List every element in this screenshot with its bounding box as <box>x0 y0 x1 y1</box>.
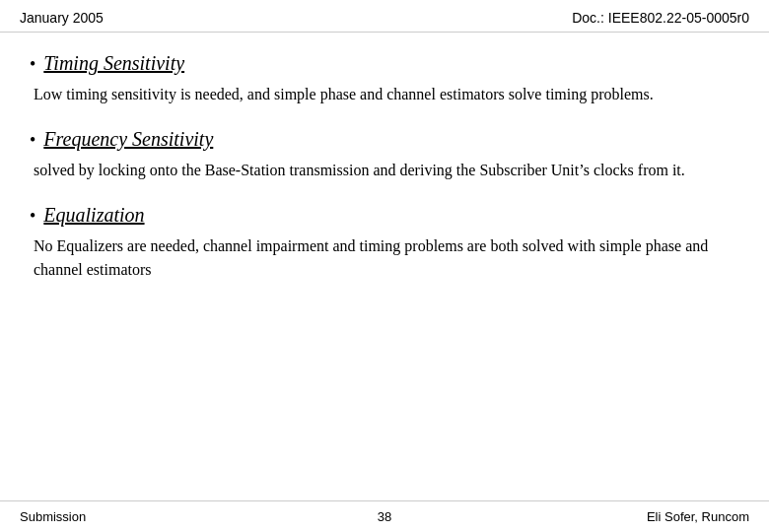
frequency-title: Frequency Sensitivity <box>43 128 213 151</box>
footer-page-number: 38 <box>378 509 391 524</box>
equalization-body: No Equalizers are needed, channel impair… <box>30 234 739 282</box>
timing-title: Timing Sensitivity <box>43 52 184 75</box>
timing-heading: • Timing Sensitivity <box>30 52 739 75</box>
main-content: • Timing Sensitivity Low timing sensitiv… <box>0 33 769 313</box>
section-equalization: • Equalization No Equalizers are needed,… <box>30 204 739 282</box>
header-date: January 2005 <box>20 10 104 26</box>
frequency-bullet: • <box>30 130 35 151</box>
equalization-title: Equalization <box>43 204 144 227</box>
section-timing: • Timing Sensitivity Low timing sensitiv… <box>30 52 739 106</box>
header-doc: Doc.: IEEE802.22-05-0005r0 <box>572 10 749 26</box>
timing-bullet: • <box>30 54 35 75</box>
header: January 2005 Doc.: IEEE802.22-05-0005r0 <box>0 0 769 33</box>
section-frequency: • Frequency Sensitivity solved by lockin… <box>30 128 739 182</box>
frequency-heading: • Frequency Sensitivity <box>30 128 739 151</box>
equalization-heading: • Equalization <box>30 204 739 227</box>
timing-body: Low timing sensitivity is needed, and si… <box>30 83 739 106</box>
footer-author: Eli Sofer, Runcom <box>647 509 749 524</box>
footer-submission: Submission <box>20 509 86 524</box>
frequency-body: solved by locking onto the Base-Station … <box>30 159 739 182</box>
footer: Submission 38 Eli Sofer, Runcom <box>0 500 769 532</box>
equalization-bullet: • <box>30 206 35 227</box>
